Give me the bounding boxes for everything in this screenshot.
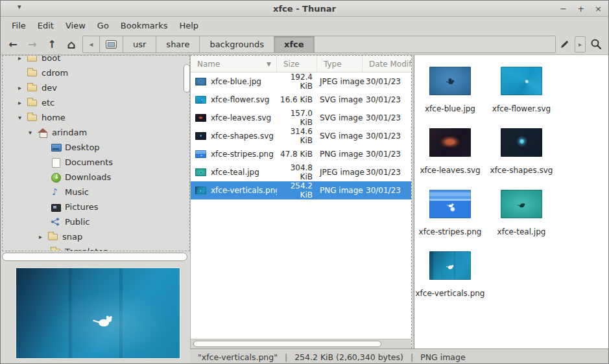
menu-file[interactable]: File xyxy=(6,19,32,32)
sidebar: boot cdrom dev etc xyxy=(1,55,190,364)
xfce-mouse-logo xyxy=(446,260,455,272)
sidebar-item-snap[interactable]: snap xyxy=(3,229,189,244)
desktop-icon xyxy=(51,143,62,152)
path-button-xfce[interactable]: xfce xyxy=(274,36,315,52)
table-row[interactable]: xfce-stripes.png 47.8 KiB PNG image 30/0… xyxy=(191,145,411,163)
icon-view-item[interactable]: xfce-shapes.svg xyxy=(486,123,557,185)
chevron-right-icon[interactable] xyxy=(39,233,48,240)
file-list-panel: Name ▼ Size Type Date Modified xfce-blue… xyxy=(190,55,412,348)
chevron-right-icon[interactable] xyxy=(18,55,27,62)
table-row[interactable]: xfce-flower.svg 16.6 KiB SVG image 30/01… xyxy=(191,91,411,109)
sidebar-horizontal-scrollbar[interactable] xyxy=(2,253,187,261)
path-button-backgrounds[interactable]: backgrounds xyxy=(200,36,274,52)
table-row[interactable]: xfce-blue.jpg 192.4 KiB JPEG image 30/01… xyxy=(191,73,411,91)
folder-icon xyxy=(27,98,38,108)
table-row-selected[interactable]: xfce-verticals.png 254.2 KiB PNG image 3… xyxy=(191,181,411,199)
up-button[interactable] xyxy=(42,36,62,52)
sidebar-item-documents[interactable]: Documents xyxy=(3,155,189,170)
path-bar: ◂ usr share backgrounds xfce xyxy=(82,36,556,53)
path-scroll-left-icon[interactable]: ◂ xyxy=(83,36,100,52)
scrollbar-thumb[interactable] xyxy=(193,341,381,347)
status-separator: | xyxy=(411,352,413,362)
path-bar-empty xyxy=(315,36,555,52)
download-icon xyxy=(51,173,62,182)
sidebar-item-templates[interactable]: Templates xyxy=(3,244,189,251)
image-preview xyxy=(16,267,180,359)
table-row[interactable]: xfce-leaves.svg 157.0 KiB SVG image 30/0… xyxy=(191,109,411,127)
xfce-mouse-logo xyxy=(446,198,455,210)
sidebar-item-home[interactable]: home xyxy=(3,110,189,125)
file-thumbnail xyxy=(429,190,471,218)
column-header-size[interactable]: Size xyxy=(277,56,317,72)
column-header-name[interactable]: Name ▼ xyxy=(191,56,277,72)
menu-go[interactable]: Go xyxy=(91,19,115,32)
tree-view: boot cdrom dev etc xyxy=(2,55,190,251)
file-thumbnail xyxy=(195,168,206,176)
icon-view-item[interactable]: xfce-leaves.svg xyxy=(414,123,486,185)
folder-icon xyxy=(51,247,62,252)
icon-view-item[interactable]: xfce-flower.svg xyxy=(486,62,557,123)
list-header: Name ▼ Size Type Date Modified xyxy=(191,56,411,73)
folder-icon xyxy=(27,113,38,122)
icon-view-item[interactable]: xfce-stripes.png xyxy=(414,185,486,246)
chevron-down-icon[interactable] xyxy=(29,129,38,136)
icon-view-panel: xfce-blue.jpg xfce-flower.svg xfce-leave… xyxy=(414,55,608,348)
sidebar-item-boot[interactable]: boot xyxy=(3,55,189,65)
window-menu-icon[interactable]: ▾ xyxy=(18,3,21,11)
sidebar-item-downloads[interactable]: Downloads xyxy=(3,170,189,185)
sidebar-item-cdrom[interactable]: cdrom xyxy=(3,65,189,80)
chevron-down-icon[interactable] xyxy=(18,114,27,121)
main-content: boot cdrom dev etc xyxy=(1,55,608,363)
titlebar[interactable]: ▾ xfce - Thunar − + × xyxy=(1,1,608,17)
column-header-type[interactable]: Type xyxy=(317,56,363,72)
menu-view[interactable]: View xyxy=(60,19,91,32)
toolbar: ◂ usr share backgrounds xfce ▸ xyxy=(1,34,608,55)
maximize-button[interactable]: + xyxy=(577,5,584,13)
status-bar: "xfce-verticals.png" | 254.2 KiB (2,60,3… xyxy=(190,348,608,364)
sidebar-item-desktop[interactable]: Desktop xyxy=(3,140,189,155)
path-button-share[interactable]: share xyxy=(156,36,200,52)
menu-edit[interactable]: Edit xyxy=(32,19,60,32)
chevron-right-icon[interactable] xyxy=(18,84,27,91)
file-thumbnail xyxy=(195,114,206,122)
column-header-date-modified[interactable]: Date Modified xyxy=(363,56,411,72)
sidebar-item-public[interactable]: Public xyxy=(3,214,189,229)
chevron-right-icon[interactable] xyxy=(18,99,27,106)
sidebar-item-pictures[interactable]: Pictures xyxy=(3,199,189,214)
file-thumbnail xyxy=(429,251,471,280)
icon-view-item[interactable]: xfce-teal.jpg xyxy=(486,185,557,246)
back-button[interactable] xyxy=(3,36,23,52)
sidebar-item-music[interactable]: Music xyxy=(3,185,189,199)
search-button[interactable] xyxy=(588,36,604,52)
status-filetype: PNG image xyxy=(420,352,465,362)
toolbar-overflow-button[interactable]: ▸ xyxy=(575,36,586,52)
list-horizontal-scrollbar[interactable] xyxy=(191,339,411,348)
sidebar-item-dev[interactable]: dev xyxy=(3,80,189,95)
music-note-icon xyxy=(51,188,62,197)
edit-path-button[interactable] xyxy=(556,36,573,52)
menu-help[interactable]: Help xyxy=(173,19,204,32)
filesystem-root-button[interactable] xyxy=(100,36,123,52)
menu-bookmarks[interactable]: Bookmarks xyxy=(115,19,174,32)
home-button[interactable] xyxy=(62,36,81,52)
forward-button[interactable] xyxy=(23,36,42,52)
icon-view-item[interactable]: xfce-verticals.png xyxy=(414,246,486,308)
file-thumbnail xyxy=(195,150,206,158)
path-button-usr[interactable]: usr xyxy=(123,36,156,52)
sidebar-vertical-scrollbar[interactable] xyxy=(184,64,190,93)
minimize-button[interactable]: − xyxy=(560,5,567,13)
xfce-mouse-logo xyxy=(517,198,526,210)
table-row[interactable]: xfce-shapes.svg 314.6 KiB SVG image 30/0… xyxy=(191,127,411,145)
sidebar-item-etc[interactable]: etc xyxy=(3,95,189,110)
close-button[interactable]: × xyxy=(595,5,602,13)
icon-view-item[interactable]: xfce-blue.jpg xyxy=(414,62,486,123)
file-thumbnail xyxy=(501,128,542,157)
sidebar-item-arindam[interactable]: arindam xyxy=(3,125,189,140)
table-row[interactable]: xfce-teal.jpg 304.8 KiB JPEG image 30/01… xyxy=(191,163,411,181)
file-thumbnail xyxy=(501,67,542,95)
window-title: xfce - Thunar xyxy=(1,4,608,14)
sort-descending-icon: ▼ xyxy=(267,61,271,67)
file-thumbnail xyxy=(429,67,471,95)
xfce-mouse-logo xyxy=(446,75,455,87)
document-icon xyxy=(51,158,62,167)
